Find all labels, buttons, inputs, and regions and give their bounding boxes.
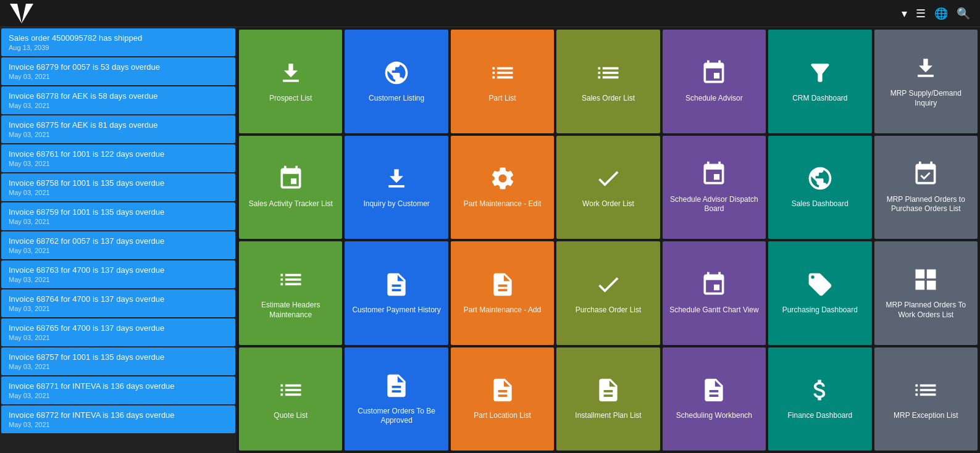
tile-icon	[489, 271, 516, 305]
tile-finance-dashboard[interactable]: Finance Dashboard	[768, 347, 871, 451]
tile-label: Quote List	[274, 411, 308, 421]
tile-label: MRP Planned Orders To Work Orders List	[879, 301, 973, 320]
tile-icon	[806, 165, 834, 199]
tile-inquiry-by-customer[interactable]: Inquiry by Customer	[345, 136, 448, 239]
chevron-down-icon[interactable]: ▾	[902, 7, 907, 20]
sidebar-item[interactable]: Invoice 68778 for AEK is 58 days overdue…	[1, 86, 235, 114]
sidebar-item[interactable]: Invoice 68758 for 1001 is 135 days overd…	[1, 173, 235, 201]
tile-label: Finance Dashboard	[787, 411, 852, 421]
tile-icon	[912, 54, 939, 89]
tile-icon	[700, 271, 727, 305]
tile-icon	[383, 165, 410, 199]
tile-part-maintenance-edit[interactable]: Part Maintenance - Edit	[451, 136, 554, 239]
tile-label: Part List	[489, 94, 516, 104]
sidebar-item[interactable]: Invoice 68759 for 1001 is 135 days overd…	[1, 202, 235, 230]
sidebar: Sales order 4500095782 has shippedAug 13…	[0, 27, 237, 453]
tile-installment-plan-list[interactable]: Installment Plan List	[556, 347, 660, 451]
tile-label: Schedule Advisor Dispatch Board	[668, 195, 761, 214]
tile-prospect-list[interactable]: Prospect List	[239, 30, 342, 133]
tile-sales-dashboard[interactable]: Sales Dashboard	[768, 136, 871, 239]
tile-icon	[806, 59, 834, 94]
sidebar-item[interactable]: Invoice 68762 for 0057 is 137 days overd…	[1, 231, 235, 259]
tile-scheduling-workbench[interactable]: Scheduling Workbench	[663, 347, 766, 451]
tile-label: Schedule Advisor	[685, 94, 743, 104]
tile-sales-activity-tracker-list[interactable]: Sales Activity Tracker List	[239, 136, 342, 239]
tile-icon	[489, 376, 516, 411]
tile-label: Customer Listing	[369, 94, 424, 104]
sidebar-item[interactable]: Sales order 4500095782 has shippedAug 13…	[1, 28, 235, 56]
tile-sales-order-list[interactable]: Sales Order List	[556, 30, 660, 133]
tile-schedule-gantt-chart-view[interactable]: Schedule Gantt Chart View	[663, 241, 766, 345]
tile-icon	[277, 165, 304, 199]
sidebar-item[interactable]: Invoice 68765 for 4700 is 137 days overd…	[1, 318, 235, 346]
tile-label: Sales Order List	[582, 94, 635, 104]
sidebar-item[interactable]: Invoice 68771 for INTEVA is 136 days ove…	[1, 376, 235, 404]
tile-quote-list[interactable]: Quote List	[239, 347, 342, 451]
tile-icon	[489, 59, 516, 94]
tile-label: Sales Dashboard	[792, 199, 848, 209]
tile-customer-payment-history[interactable]: Customer Payment History	[345, 241, 448, 345]
header: ▾ ☰ 🌐 🔍	[0, 0, 980, 27]
logo	[10, 4, 47, 23]
tile-label: MRP Supply/Demand Inquiry	[879, 89, 973, 108]
tile-icon	[806, 376, 834, 411]
tile-icon	[912, 266, 939, 301]
tile-mrp-planned-orders-to-purchase-orders-list[interactable]: MRP Planned Orders to Purchase Orders Li…	[874, 136, 978, 239]
tile-estimate-headers-maintenance[interactable]: Estimate Headers Maintenance	[239, 241, 342, 345]
tile-mrp-exception-list[interactable]: MRP Exception List	[874, 347, 978, 451]
tile-icon	[277, 59, 304, 94]
tile-icon	[595, 165, 622, 199]
tile-label: Installment Plan List	[575, 411, 641, 421]
header-right: ▾ ☰ 🌐 🔍	[893, 7, 970, 20]
tile-icon	[489, 165, 516, 199]
tile-icon	[383, 59, 410, 94]
tile-part-location-list[interactable]: Part Location List	[451, 347, 554, 451]
sidebar-item[interactable]: Invoice 68761 for 1001 is 122 days overd…	[1, 144, 235, 172]
tile-customer-listing[interactable]: Customer Listing	[345, 30, 448, 133]
tile-label: Part Location List	[474, 411, 531, 421]
sidebar-item[interactable]: Invoice 68757 for 1001 is 135 days overd…	[1, 347, 235, 375]
tile-label: Purchase Order List	[576, 305, 642, 315]
tile-icon	[912, 376, 939, 411]
sidebar-item[interactable]: Invoice 68775 for AEK is 81 days overdue…	[1, 115, 235, 143]
sidebar-item[interactable]: Invoice 68779 for 0057 is 53 days overdu…	[1, 57, 235, 85]
sidebar-item[interactable]: Invoice 68764 for 4700 is 137 days overd…	[1, 289, 235, 317]
tile-icon	[595, 59, 622, 94]
tile-customer-orders-to-be-approved[interactable]: Customer Orders To Be Approved	[345, 347, 448, 451]
globe-icon[interactable]: 🌐	[934, 7, 948, 20]
tile-icon	[806, 271, 834, 305]
tile-label: Estimate Headers Maintenance	[244, 301, 337, 320]
tile-icon	[383, 372, 410, 407]
tile-mrp-planned-orders-to-work-orders-list[interactable]: MRP Planned Orders To Work Orders List	[874, 241, 978, 345]
tile-label: Inquiry by Customer	[363, 199, 429, 209]
tile-label: Customer Payment History	[352, 305, 440, 315]
search-icon[interactable]: 🔍	[957, 7, 970, 20]
tile-icon	[700, 160, 727, 195]
tile-label: Schedule Gantt Chart View	[669, 305, 759, 315]
tile-schedule-advisor[interactable]: Schedule Advisor	[663, 30, 766, 133]
sidebar-item[interactable]: Invoice 68763 for 4700 is 137 days overd…	[1, 260, 235, 288]
tile-label: Work Order List	[582, 199, 634, 209]
sidebar-item[interactable]: Invoice 68772 for INTEVA is 136 days ove…	[1, 405, 235, 433]
tile-label: Sales Activity Tracker List	[249, 199, 333, 209]
tile-part-maintenance-add[interactable]: Part Maintenance - Add	[451, 241, 554, 345]
tile-label: Part Maintenance - Edit	[464, 199, 541, 209]
tile-icon	[700, 376, 727, 411]
tile-label: Scheduling Workbench	[676, 411, 752, 421]
tile-icon	[912, 160, 939, 195]
tile-grid: Prospect List Customer Listing Part List…	[237, 27, 980, 453]
tile-label: Prospect List	[269, 94, 312, 104]
tile-label: Customer Orders To Be Approved	[350, 407, 443, 426]
tile-part-list[interactable]: Part List	[451, 30, 554, 133]
menu-icon[interactable]: ☰	[916, 7, 926, 20]
tile-purchasing-dashboard[interactable]: Purchasing Dashboard	[768, 241, 871, 345]
tile-crm-dashboard[interactable]: CRM Dashboard	[768, 30, 871, 133]
tile-icon	[595, 376, 622, 411]
tile-label: MRP Planned Orders to Purchase Orders Li…	[879, 195, 973, 214]
tile-icon	[595, 271, 622, 305]
tile-work-order-list[interactable]: Work Order List	[556, 136, 660, 239]
tile-icon	[277, 376, 304, 411]
tile-purchase-order-list[interactable]: Purchase Order List	[556, 241, 660, 345]
tile-schedule-advisor-dispatch-board[interactable]: Schedule Advisor Dispatch Board	[663, 136, 766, 239]
tile-mrp-supply-demand-inquiry[interactable]: MRP Supply/Demand Inquiry	[874, 30, 978, 133]
